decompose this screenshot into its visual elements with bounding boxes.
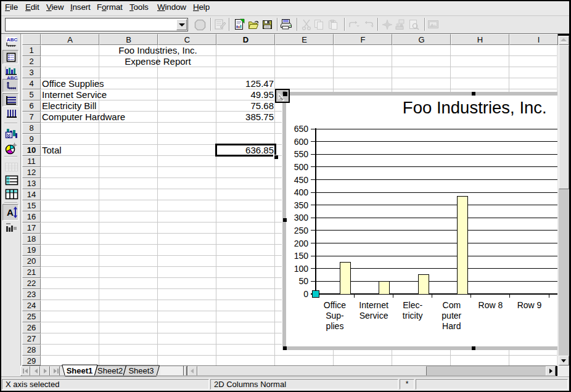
svg-text:Foo Industries, Inc.: Foo Industries, Inc. <box>403 98 547 117</box>
svg-text:ABC: ABC <box>7 37 18 43</box>
svg-text:Service: Service <box>359 311 388 321</box>
svg-text:Row 8: Row 8 <box>479 300 503 310</box>
svg-text:A: A <box>7 207 14 218</box>
svg-text:Hard: Hard <box>442 321 461 331</box>
svg-text:200: 200 <box>294 239 309 248</box>
svg-text:250: 250 <box>294 226 309 235</box>
svg-text:300: 300 <box>294 213 309 223</box>
svg-text:puter: puter <box>442 311 461 321</box>
svg-text:Sheet3: Sheet3 <box>128 366 154 375</box>
svg-text:plies: plies <box>326 321 344 331</box>
svg-text:50: 50 <box>298 276 308 286</box>
svg-text:Internet: Internet <box>359 300 388 310</box>
svg-text:450: 450 <box>294 175 309 185</box>
svg-text:150: 150 <box>294 251 309 261</box>
svg-text:Sup-: Sup- <box>326 311 344 321</box>
svg-text:500: 500 <box>294 162 309 172</box>
svg-text:400: 400 <box>294 187 309 197</box>
svg-text:Com: Com <box>443 300 461 310</box>
svg-text:650: 650 <box>294 124 309 134</box>
svg-text:0: 0 <box>303 289 308 299</box>
svg-text:Sheet2: Sheet2 <box>97 366 123 375</box>
svg-text:tricity: tricity <box>403 311 423 321</box>
svg-text:600: 600 <box>294 137 309 147</box>
svg-text:Elec-: Elec- <box>403 300 422 310</box>
svg-text:100: 100 <box>294 264 309 274</box>
svg-text:350: 350 <box>294 200 309 210</box>
svg-text:Office: Office <box>324 300 347 310</box>
svg-text:Sheet1: Sheet1 <box>67 366 93 375</box>
svg-text:ABC: ABC <box>7 75 18 81</box>
svg-text:550: 550 <box>294 149 309 159</box>
svg-text:Row 9: Row 9 <box>517 300 542 310</box>
